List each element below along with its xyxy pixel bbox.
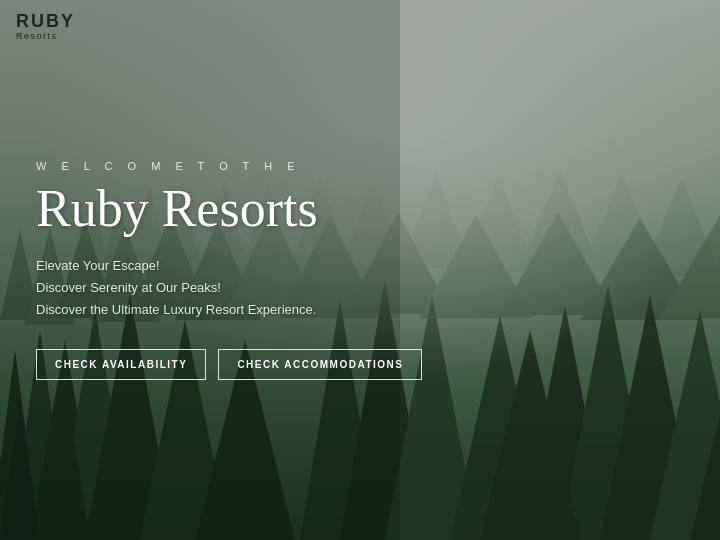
subtitle-line-1: Elevate Your Escape! [36, 255, 422, 277]
logo: RUBY Resorts [16, 12, 75, 41]
check-availability-button[interactable]: CHECK AVAILABILITY [36, 349, 206, 380]
subtitle-line-2: Discover Serenity at Our Peaks! [36, 277, 422, 299]
hero-content: W E L C O M E T O T H E Ruby Resorts Ele… [36, 160, 422, 380]
welcome-prefix: W E L C O M E T O T H E [36, 160, 422, 172]
logo-brand: RUBY [16, 12, 75, 30]
subtitle-line-3: Discover the Ultimate Luxury Resort Expe… [36, 299, 422, 321]
check-accommodations-button[interactable]: CHECK ACCOMMODATIONS [218, 349, 422, 380]
hero-title: Ruby Resorts [36, 180, 422, 237]
logo-sub: Resorts [16, 31, 75, 41]
hero-section: RUBY Resorts W E L C O M E T O T H E Rub… [0, 0, 720, 540]
hero-buttons: CHECK AVAILABILITY CHECK ACCOMMODATIONS [36, 349, 422, 380]
hero-subtitle: Elevate Your Escape! Discover Serenity a… [36, 255, 422, 321]
